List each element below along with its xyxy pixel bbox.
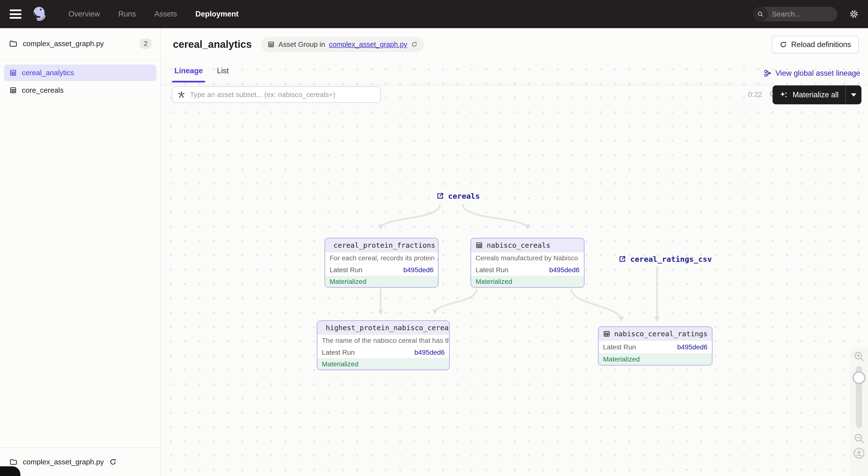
asset-group-list: cereal_analytics core_cereals [0, 60, 160, 104]
external-asset-label: cereal_ratings_csv [630, 255, 712, 264]
code-location-label: complex_asset_graph.py [23, 39, 134, 48]
table-icon [603, 330, 610, 337]
asset-name: cereal_protein_fractions [334, 241, 435, 249]
latest-run-row: Latest Run b495ded6 [471, 264, 584, 276]
sidebar-code-location[interactable]: complex_asset_graph.py 2 [0, 28, 160, 60]
main-content: cereal_analytics Asset Group in complex_… [161, 28, 868, 476]
asset-node-nabisco-cereals[interactable]: nabisco_cereals Cereals manufactured by … [470, 238, 585, 288]
asset-node-header: nabisco_cereals [471, 238, 584, 252]
latest-run-label: Latest Run [322, 349, 354, 356]
external-link-icon [436, 192, 444, 200]
asset-description: The name of the nabisco cereal that has … [317, 335, 449, 346]
edge-nabisco-to-ratings [571, 289, 621, 321]
run-id-link[interactable]: b495ded6 [677, 343, 708, 351]
gear-icon[interactable] [848, 9, 859, 20]
sidebar-item-label: cereal_analytics [22, 69, 74, 77]
asset-node-cereal-protein-fractions[interactable]: cereal_protein_fractions For each cereal… [324, 238, 439, 288]
asset-name: highest_protein_nabisco_cereal [326, 324, 450, 332]
edge-cereals-to-nabisco [463, 204, 527, 229]
global-search[interactable]: / [753, 7, 837, 21]
nav-item-runs[interactable]: Runs [118, 10, 136, 19]
edge-nabisco-to-highest [435, 289, 477, 313]
asset-node-header: highest_protein_nabisco_cereal [317, 321, 449, 335]
sidebar-item-label: core_cereals [22, 86, 64, 94]
run-id-link[interactable]: b495ded6 [414, 349, 445, 356]
latest-run-label: Latest Run [603, 343, 636, 351]
materialized-status-badge: Materialized [599, 353, 712, 365]
refresh-icon[interactable] [109, 458, 117, 466]
asset-node-highest-protein-nabisco-cereal[interactable]: highest_protein_nabisco_cereal The name … [317, 320, 450, 370]
latest-run-label: Latest Run [330, 266, 362, 274]
nav-item-assets[interactable]: Assets [154, 10, 177, 19]
footer-code-location-label: complex_asset_graph.py [23, 458, 104, 466]
folder-icon [9, 39, 18, 48]
sidebar-item-core-cereals[interactable]: core_cereals [4, 82, 156, 99]
run-id-link[interactable]: b495ded6 [403, 266, 434, 274]
sidebar-footer: complex_asset_graph.py [0, 447, 160, 476]
external-link-icon [618, 255, 626, 263]
materialized-status-badge: Materialized [325, 276, 438, 287]
asset-group-icon [9, 69, 17, 77]
asset-node-header: nabisco_cereal_ratings [599, 327, 712, 341]
zoom-controls [850, 348, 868, 476]
search-icon [753, 7, 768, 21]
latest-run-row: Latest Run b495ded6 [317, 346, 449, 358]
table-icon [475, 242, 483, 249]
dagster-logo-icon[interactable] [32, 6, 48, 22]
search-input[interactable] [772, 10, 837, 18]
sidebar-item-cereal-analytics[interactable]: cereal_analytics [4, 65, 156, 81]
nav-item-deployment[interactable]: Deployment [195, 10, 239, 19]
group-count-badge: 2 [140, 39, 152, 49]
asset-group-icon [9, 87, 17, 94]
edge-cereals-to-protein [380, 204, 440, 229]
zoom-out-button[interactable] [853, 432, 865, 444]
sidebar: complex_asset_graph.py 2 cereal_analytic… [0, 28, 161, 476]
materialized-status-badge: Materialized [317, 358, 449, 370]
external-asset-cereal-ratings-csv[interactable]: cereal_ratings_csv [618, 255, 712, 264]
download-image-button[interactable] [853, 447, 865, 460]
hamburger-menu-icon[interactable] [10, 9, 21, 19]
asset-node-nabisco-cereal-ratings[interactable]: nabisco_cereal_ratings Latest Run b495de… [598, 326, 713, 366]
asset-name: nabisco_cereal_ratings [614, 330, 708, 338]
folder-icon [9, 458, 18, 466]
latest-run-row: Latest Run b495ded6 [599, 341, 712, 353]
asset-node-header: cereal_protein_fractions [325, 238, 438, 252]
zoom-slider-handle[interactable] [852, 371, 866, 384]
external-asset-label: cereals [448, 192, 480, 200]
latest-run-label: Latest Run [475, 266, 508, 274]
latest-run-row: Latest Run b495ded6 [325, 264, 438, 276]
nav-links: Overview Runs Assets Deployment [68, 10, 239, 19]
asset-description: For each cereal, records its protein ... [325, 252, 438, 264]
top-navbar: Overview Runs Assets Deployment / [0, 0, 868, 28]
materialized-status-badge: Materialized [471, 276, 584, 287]
nav-item-overview[interactable]: Overview [68, 10, 100, 19]
asset-description: Cereals manufactured by Nabisco [471, 252, 584, 264]
run-id-link[interactable]: b495ded6 [549, 266, 580, 274]
zoom-in-button[interactable] [853, 350, 865, 363]
external-asset-cereals[interactable]: cereals [436, 192, 480, 200]
asset-name: nabisco_cereals [487, 241, 550, 249]
